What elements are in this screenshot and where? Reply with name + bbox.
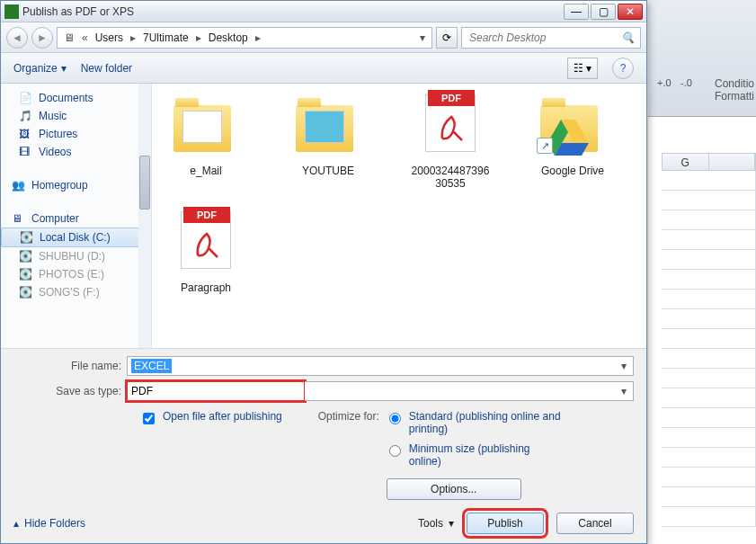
- scrollbar-thumb[interactable]: [139, 156, 150, 210]
- file-item-google-drive[interactable]: ↗ Google Drive: [529, 94, 616, 190]
- bottom-panel: File name: EXCEL ▾ Save as type: PDF ▾ O…: [1, 348, 646, 543]
- file-item-pdf-numeric[interactable]: PDF 2000324487396 30535: [407, 94, 494, 190]
- open-after-checkbox[interactable]: Open file after publishing: [139, 410, 282, 427]
- app-icon: [4, 4, 19, 19]
- folder-icon: [296, 105, 353, 152]
- breadcrumb[interactable]: 🖥 « Users ▸ 7Ultimate ▸ Desktop ▸ ▾: [57, 27, 432, 49]
- optimize-minimum-radio[interactable]: Minimum size (publishing online): [385, 442, 565, 468]
- sidebar: 📄Documents 🎵Music 🖼Pictures 🎞Videos 👥Hom…: [1, 84, 152, 348]
- conditional-formatting-label[interactable]: ConditioFormatti: [715, 77, 754, 103]
- search-box[interactable]: 🔍: [461, 27, 641, 49]
- folder-icon: ↗: [540, 105, 598, 152]
- sidebar-homegroup[interactable]: 👥Homegroup: [1, 174, 151, 194]
- excel-grid: G: [662, 153, 756, 540]
- file-area[interactable]: e_Mail YOUTUBE PDF 2000324487396 30535 ↗: [152, 84, 646, 348]
- sidebar-item-drive-f[interactable]: 💽SONG'S (F:): [1, 283, 151, 301]
- organize-button[interactable]: Organize ▾: [13, 62, 67, 75]
- optimize-standard-input[interactable]: [389, 413, 401, 424]
- shortcut-arrow-icon: ↗: [537, 138, 553, 154]
- optimize-label: Optimize for:: [318, 410, 379, 423]
- increase-decimal-icon[interactable]: +.0: [657, 77, 672, 88]
- file-label: e_Mail: [190, 165, 221, 177]
- publish-dialog: Publish as PDF or XPS — ▢ ✕ ◄ ► 🖥 « User…: [0, 0, 647, 544]
- titlebar: Publish as PDF or XPS — ▢ ✕: [1, 1, 646, 22]
- sidebar-computer[interactable]: 🖥Computer: [1, 207, 151, 227]
- drive-icon: 💽: [19, 250, 33, 263]
- drive-icon: 💽: [19, 286, 33, 299]
- folder-icon: [173, 105, 231, 152]
- sidebar-item-videos[interactable]: 🎞Videos: [1, 143, 151, 161]
- file-label: YOUTUBE: [302, 165, 354, 177]
- videos-icon: 🎞: [19, 146, 33, 158]
- chevron-up-icon: ▴: [13, 517, 19, 530]
- optimize-standard-radio[interactable]: Standard (publishing online and printing…: [385, 410, 565, 435]
- new-folder-button[interactable]: New folder: [81, 62, 132, 75]
- documents-icon: 📄: [19, 92, 33, 104]
- maximize-button[interactable]: ▢: [591, 4, 616, 20]
- sidebar-item-drive-e[interactable]: 💽PHOTOS (E:): [1, 265, 151, 283]
- view-button[interactable]: ☷ ▾: [567, 58, 598, 79]
- refresh-button[interactable]: ⟳: [436, 27, 458, 49]
- crumb-users[interactable]: Users: [93, 30, 126, 46]
- sidebar-item-documents[interactable]: 📄Documents: [1, 89, 151, 107]
- back-button[interactable]: ◄: [6, 27, 28, 49]
- cancel-button[interactable]: Cancel: [556, 513, 634, 534]
- sidebar-item-drive-d[interactable]: 💽SHUBHU (D:): [1, 247, 151, 265]
- saveas-label: Save as type:: [13, 385, 121, 397]
- help-button[interactable]: ?: [612, 58, 634, 79]
- column-header[interactable]: G: [662, 153, 756, 171]
- file-label: 2000324487396 30535: [412, 165, 490, 190]
- crumb-desktop[interactable]: Desktop: [206, 30, 251, 46]
- decrease-decimal-icon[interactable]: -.0: [680, 77, 692, 88]
- toolbar: Organize ▾ New folder ☷ ▾ ?: [1, 53, 646, 84]
- publish-button[interactable]: Publish: [467, 513, 544, 534]
- file-item-email[interactable]: e_Mail: [163, 94, 249, 190]
- pdf-icon: PDF: [425, 94, 476, 152]
- chevron-down-icon: ▾: [61, 62, 67, 75]
- saveas-type-select-ext[interactable]: ▾: [305, 381, 634, 401]
- sidebar-scrollbar[interactable]: [138, 84, 151, 348]
- sidebar-item-music[interactable]: 🎵Music: [1, 107, 151, 125]
- file-label: Google Drive: [541, 165, 604, 177]
- file-label: Paragraph: [181, 281, 231, 294]
- options-button[interactable]: Options...: [387, 478, 521, 500]
- open-after-input[interactable]: [143, 413, 155, 424]
- nav-bar: ◄ ► 🖥 « Users ▸ 7Ultimate ▸ Desktop ▸ ▾ …: [1, 22, 646, 53]
- chevron-down-icon: ▾: [449, 517, 454, 530]
- chevron-right-icon[interactable]: ▸: [128, 31, 138, 44]
- filename-label: File name:: [13, 360, 121, 372]
- homegroup-icon: 👥: [12, 179, 26, 192]
- hide-folders-toggle[interactable]: ▴ Hide Folders: [13, 517, 85, 530]
- drive-icon: 💽: [19, 268, 33, 281]
- filename-value[interactable]: EXCEL: [131, 359, 172, 373]
- search-icon[interactable]: 🔍: [621, 31, 635, 44]
- music-icon: 🎵: [19, 110, 33, 122]
- optimize-minimum-input[interactable]: [389, 445, 401, 457]
- pdf-icon: PDF: [181, 211, 231, 269]
- close-button[interactable]: ✕: [618, 4, 643, 20]
- computer-icon: 🖥: [12, 212, 26, 225]
- saveas-type-select[interactable]: PDF: [127, 381, 305, 401]
- drive-icon: 💽: [20, 231, 34, 244]
- chevron-right-icon[interactable]: ▸: [253, 31, 263, 44]
- chevron-down-icon[interactable]: ▾: [417, 31, 428, 44]
- filename-input[interactable]: EXCEL ▾: [127, 356, 634, 376]
- chevron-down-icon[interactable]: ▾: [617, 384, 631, 398]
- file-item-youtube[interactable]: YOUTUBE: [285, 94, 371, 190]
- chevron-down-icon[interactable]: ▾: [617, 359, 631, 373]
- crumb-7ultimate[interactable]: 7Ultimate: [140, 30, 191, 46]
- saveas-value: PDF: [131, 385, 153, 397]
- forward-button[interactable]: ►: [31, 27, 53, 49]
- sidebar-item-local-disk-c[interactable]: 💽Local Disk (C:): [1, 227, 151, 247]
- window-title: Publish as PDF or XPS: [22, 5, 562, 18]
- tools-dropdown[interactable]: Tools ▾: [418, 517, 454, 530]
- pictures-icon: 🖼: [19, 128, 33, 140]
- chevron-right-icon[interactable]: «: [79, 31, 91, 44]
- search-input[interactable]: [467, 31, 621, 45]
- computer-icon[interactable]: 🖥: [61, 31, 77, 44]
- file-item-paragraph[interactable]: PDF Paragraph: [163, 211, 249, 294]
- excel-ribbon: +.0 -.0 ConditioFormatti: [648, 0, 756, 117]
- chevron-right-icon[interactable]: ▸: [193, 31, 204, 44]
- minimize-button[interactable]: —: [564, 4, 589, 20]
- sidebar-item-pictures[interactable]: 🖼Pictures: [1, 125, 151, 143]
